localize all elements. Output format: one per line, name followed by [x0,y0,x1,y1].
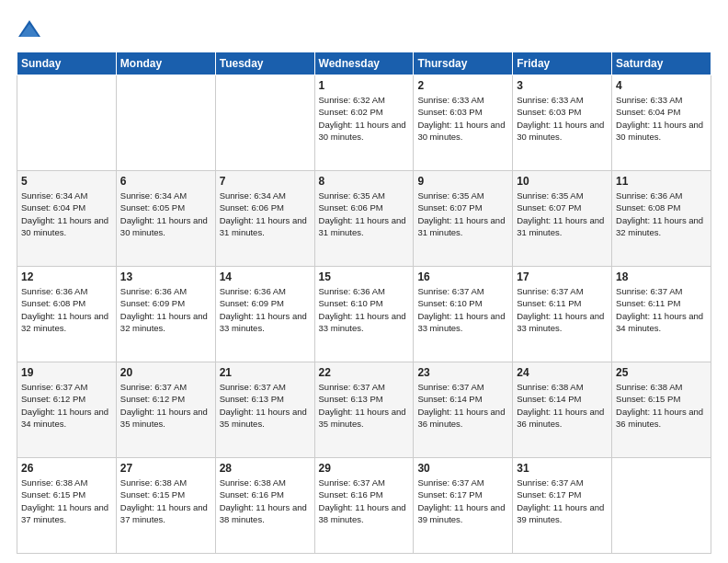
day-number: 7 [220,175,311,188]
day-info: Sunrise: 6:37 AM Sunset: 6:14 PM Dayligh… [417,381,508,430]
day-number: 30 [417,462,508,475]
day-cell: 16Sunrise: 6:37 AM Sunset: 6:10 PM Dayli… [414,267,513,362]
day-number: 14 [220,270,311,283]
day-number: 25 [616,366,707,379]
day-info: Sunrise: 6:38 AM Sunset: 6:15 PM Dayligh… [616,381,707,430]
day-info: Sunrise: 6:37 AM Sunset: 6:11 PM Dayligh… [517,285,608,334]
day-info: Sunrise: 6:33 AM Sunset: 6:03 PM Dayligh… [417,94,508,143]
day-number: 12 [21,270,112,283]
day-cell: 11Sunrise: 6:36 AM Sunset: 6:08 PM Dayli… [612,171,711,267]
day-cell: 13Sunrise: 6:36 AM Sunset: 6:09 PM Dayli… [116,267,215,362]
day-cell: 5Sunrise: 6:34 AM Sunset: 6:04 PM Daylig… [17,171,117,267]
day-cell: 7Sunrise: 6:34 AM Sunset: 6:06 PM Daylig… [215,171,314,267]
day-cell: 19Sunrise: 6:37 AM Sunset: 6:12 PM Dayli… [17,362,117,458]
day-cell: 2Sunrise: 6:33 AM Sunset: 6:03 PM Daylig… [414,75,513,171]
day-info: Sunrise: 6:33 AM Sunset: 6:04 PM Dayligh… [616,94,707,143]
weekday-thursday: Thursday [414,52,513,75]
day-info: Sunrise: 6:38 AM Sunset: 6:15 PM Dayligh… [120,477,211,525]
day-cell: 30Sunrise: 6:37 AM Sunset: 6:17 PM Dayli… [414,458,513,554]
day-cell: 20Sunrise: 6:37 AM Sunset: 6:12 PM Dayli… [116,362,215,458]
day-number: 10 [517,175,608,188]
day-cell: 10Sunrise: 6:35 AM Sunset: 6:07 PM Dayli… [513,171,612,267]
day-number: 19 [21,366,112,379]
weekday-tuesday: Tuesday [215,52,314,75]
day-cell: 12Sunrise: 6:36 AM Sunset: 6:08 PM Dayli… [17,267,117,362]
day-cell: 23Sunrise: 6:37 AM Sunset: 6:14 PM Dayli… [414,362,513,458]
day-number: 28 [220,462,311,475]
day-info: Sunrise: 6:36 AM Sunset: 6:09 PM Dayligh… [220,285,311,334]
day-cell: 31Sunrise: 6:37 AM Sunset: 6:17 PM Dayli… [513,458,612,554]
week-row-5: 26Sunrise: 6:38 AM Sunset: 6:15 PM Dayli… [17,458,711,554]
day-info: Sunrise: 6:38 AM Sunset: 6:14 PM Dayligh… [517,381,608,430]
day-number: 5 [21,175,112,188]
day-number: 21 [220,366,311,379]
day-number: 23 [417,366,508,379]
weekday-wednesday: Wednesday [314,52,414,75]
day-number: 13 [120,270,211,283]
day-info: Sunrise: 6:34 AM Sunset: 6:04 PM Dayligh… [21,190,112,238]
day-number: 15 [319,270,410,283]
day-info: Sunrise: 6:37 AM Sunset: 6:10 PM Dayligh… [417,285,508,334]
day-number: 8 [319,175,410,188]
day-number: 1 [319,79,410,92]
weekday-monday: Monday [116,52,215,75]
day-number: 9 [417,175,508,188]
day-cell: 28Sunrise: 6:38 AM Sunset: 6:16 PM Dayli… [215,458,314,554]
weekday-sunday: Sunday [17,52,117,75]
day-cell: 17Sunrise: 6:37 AM Sunset: 6:11 PM Dayli… [513,267,612,362]
day-number: 18 [616,270,707,283]
day-info: Sunrise: 6:37 AM Sunset: 6:12 PM Dayligh… [21,381,112,430]
day-info: Sunrise: 6:37 AM Sunset: 6:11 PM Dayligh… [616,285,707,334]
day-number: 20 [120,366,211,379]
day-cell: 15Sunrise: 6:36 AM Sunset: 6:10 PM Dayli… [314,267,414,362]
day-number: 11 [616,175,707,188]
weekday-saturday: Saturday [612,52,711,75]
day-number: 22 [319,366,410,379]
day-info: Sunrise: 6:37 AM Sunset: 6:17 PM Dayligh… [417,477,508,525]
week-row-3: 12Sunrise: 6:36 AM Sunset: 6:08 PM Dayli… [17,267,711,362]
day-info: Sunrise: 6:35 AM Sunset: 6:06 PM Dayligh… [319,190,410,238]
day-cell: 26Sunrise: 6:38 AM Sunset: 6:15 PM Dayli… [17,458,117,554]
day-info: Sunrise: 6:37 AM Sunset: 6:13 PM Dayligh… [319,381,410,430]
day-cell: 29Sunrise: 6:37 AM Sunset: 6:16 PM Dayli… [314,458,414,554]
day-cell: 9Sunrise: 6:35 AM Sunset: 6:07 PM Daylig… [414,171,513,267]
day-number: 31 [517,462,608,475]
day-number: 2 [417,79,508,92]
day-cell [17,75,117,171]
day-info: Sunrise: 6:36 AM Sunset: 6:09 PM Dayligh… [120,285,211,334]
day-cell: 1Sunrise: 6:32 AM Sunset: 6:02 PM Daylig… [314,75,414,171]
logo-icon [17,17,42,42]
day-info: Sunrise: 6:32 AM Sunset: 6:02 PM Dayligh… [319,94,410,143]
day-info: Sunrise: 6:34 AM Sunset: 6:05 PM Dayligh… [120,190,211,238]
day-number: 27 [120,462,211,475]
day-info: Sunrise: 6:36 AM Sunset: 6:08 PM Dayligh… [21,285,112,334]
day-cell: 22Sunrise: 6:37 AM Sunset: 6:13 PM Dayli… [314,362,414,458]
day-cell: 21Sunrise: 6:37 AM Sunset: 6:13 PM Dayli… [215,362,314,458]
day-info: Sunrise: 6:35 AM Sunset: 6:07 PM Dayligh… [517,190,608,238]
day-number: 17 [517,270,608,283]
day-cell: 18Sunrise: 6:37 AM Sunset: 6:11 PM Dayli… [612,267,711,362]
day-info: Sunrise: 6:38 AM Sunset: 6:15 PM Dayligh… [21,477,112,525]
day-info: Sunrise: 6:36 AM Sunset: 6:08 PM Dayligh… [616,190,707,238]
day-info: Sunrise: 6:36 AM Sunset: 6:10 PM Dayligh… [319,285,410,334]
day-cell: 25Sunrise: 6:38 AM Sunset: 6:15 PM Dayli… [612,362,711,458]
logo [17,17,46,42]
day-cell: 4Sunrise: 6:33 AM Sunset: 6:04 PM Daylig… [612,75,711,171]
day-number: 6 [120,175,211,188]
day-info: Sunrise: 6:34 AM Sunset: 6:06 PM Dayligh… [220,190,311,238]
calendar: SundayMondayTuesdayWednesdayThursdayFrid… [17,52,711,554]
weekday-header-row: SundayMondayTuesdayWednesdayThursdayFrid… [17,52,711,75]
day-info: Sunrise: 6:35 AM Sunset: 6:07 PM Dayligh… [417,190,508,238]
day-number: 29 [319,462,410,475]
day-number: 4 [616,79,707,92]
day-cell: 6Sunrise: 6:34 AM Sunset: 6:05 PM Daylig… [116,171,215,267]
day-cell [215,75,314,171]
day-cell: 14Sunrise: 6:36 AM Sunset: 6:09 PM Dayli… [215,267,314,362]
day-info: Sunrise: 6:37 AM Sunset: 6:13 PM Dayligh… [220,381,311,430]
week-row-1: 1Sunrise: 6:32 AM Sunset: 6:02 PM Daylig… [17,75,711,171]
day-cell [116,75,215,171]
day-info: Sunrise: 6:37 AM Sunset: 6:16 PM Dayligh… [319,477,410,525]
day-number: 16 [417,270,508,283]
page: SundayMondayTuesdayWednesdayThursdayFrid… [0,0,728,563]
day-info: Sunrise: 6:37 AM Sunset: 6:12 PM Dayligh… [120,381,211,430]
